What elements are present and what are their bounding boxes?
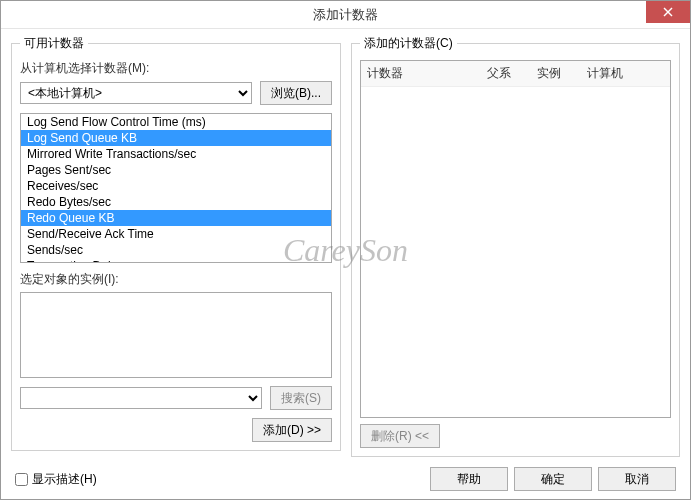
counter-item[interactable]: Log Send Queue KB bbox=[21, 130, 331, 146]
counter-item[interactable]: Redo Bytes/sec bbox=[21, 194, 331, 210]
window-title: 添加计数器 bbox=[313, 6, 378, 24]
col-computer[interactable]: 计算机 bbox=[587, 65, 664, 82]
counter-item[interactable]: Send/Receive Ack Time bbox=[21, 226, 331, 242]
counter-item[interactable]: Sends/sec bbox=[21, 242, 331, 258]
help-button[interactable]: 帮助 bbox=[430, 467, 508, 491]
available-counters-group: 可用计数器 从计算机选择计数器(M): <本地计算机> 浏览(B)... Log… bbox=[11, 35, 341, 451]
added-list-header: 计数器 父系 实例 计算机 bbox=[361, 61, 670, 87]
computer-select[interactable]: <本地计算机> bbox=[20, 82, 252, 104]
bottom-bar: 显示描述(H) 帮助 确定 取消 bbox=[1, 461, 690, 500]
added-counters-legend: 添加的计数器(C) bbox=[360, 35, 457, 52]
col-instance[interactable]: 实例 bbox=[537, 65, 587, 82]
counter-item[interactable]: Redo Queue KB bbox=[21, 210, 331, 226]
col-counter[interactable]: 计数器 bbox=[367, 65, 487, 82]
search-button[interactable]: 搜索(S) bbox=[270, 386, 332, 410]
counter-list[interactable]: Log Send Flow Control Time (ms)Log Send … bbox=[20, 113, 332, 263]
counter-item[interactable]: Mirrored Write Transactions/sec bbox=[21, 146, 331, 162]
instance-label: 选定对象的实例(I): bbox=[20, 271, 332, 288]
titlebar: 添加计数器 bbox=[1, 1, 690, 29]
close-icon bbox=[663, 7, 673, 17]
counter-item[interactable]: Log Send Flow Control Time (ms) bbox=[21, 114, 331, 130]
added-counters-group: 添加的计数器(C) 计数器 父系 实例 计算机 删除(R) << bbox=[351, 35, 680, 457]
added-counters-list[interactable]: 计数器 父系 实例 计算机 bbox=[360, 60, 671, 418]
show-description-input[interactable] bbox=[15, 473, 28, 486]
counter-item[interactable]: Transaction Delay bbox=[21, 258, 331, 263]
browse-button[interactable]: 浏览(B)... bbox=[260, 81, 332, 105]
available-counters-legend: 可用计数器 bbox=[20, 35, 88, 52]
show-description-checkbox[interactable]: 显示描述(H) bbox=[15, 471, 97, 488]
computer-label: 从计算机选择计数器(M): bbox=[20, 60, 332, 77]
search-combo[interactable] bbox=[20, 387, 262, 409]
instance-listbox[interactable] bbox=[20, 292, 332, 378]
cancel-button[interactable]: 取消 bbox=[598, 467, 676, 491]
add-button[interactable]: 添加(D) >> bbox=[252, 418, 332, 442]
ok-button[interactable]: 确定 bbox=[514, 467, 592, 491]
col-parent[interactable]: 父系 bbox=[487, 65, 537, 82]
show-description-label: 显示描述(H) bbox=[32, 471, 97, 488]
counter-item[interactable]: Receives/sec bbox=[21, 178, 331, 194]
remove-button[interactable]: 删除(R) << bbox=[360, 424, 440, 448]
counter-item[interactable]: Pages Sent/sec bbox=[21, 162, 331, 178]
close-button[interactable] bbox=[646, 1, 690, 23]
